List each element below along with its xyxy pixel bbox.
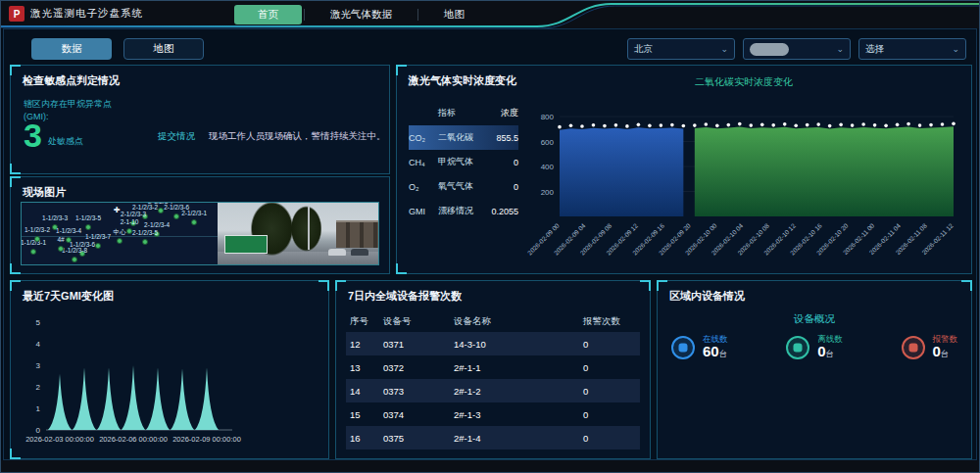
- filter-select-2[interactable]: ⌄: [743, 38, 851, 60]
- marker-dot-icon: [191, 219, 197, 225]
- filter-select-1[interactable]: 北京⌄: [627, 38, 735, 60]
- site-photo-panel: 现场图片 ✚ 1-1/2/3-11-1/2/3-21-1/2/3-31-1/2/…: [10, 176, 390, 274]
- photo-car: [351, 249, 368, 257]
- tab-3[interactable]: 地图: [420, 5, 488, 24]
- sensitive-count: 3: [24, 120, 42, 151]
- street-photo[interactable]: [218, 203, 378, 264]
- svg-text:4: 4: [36, 340, 41, 349]
- device-stat-value: 0台: [817, 344, 843, 360]
- app-logo: P 激光遥测电子沙盘系统: [9, 6, 143, 22]
- gas-row[interactable]: CO₂二氧化碳855.5: [409, 125, 518, 150]
- table-row[interactable]: 1403732#-1-20: [346, 379, 640, 402]
- gas-row[interactable]: GMI漂移情况0.2055: [409, 199, 518, 223]
- redacted-value: [750, 43, 789, 56]
- map-marker[interactable]: 1-1/2/3-1: [30, 249, 36, 255]
- sensitive-count-row: 3 处敏感点: [24, 120, 83, 151]
- alarm-cell: 0375: [383, 433, 454, 444]
- alarm-cell: 0374: [383, 409, 454, 420]
- device-stat-texts: 离线数0台: [817, 335, 843, 360]
- gas-name: 漂移情况: [438, 205, 483, 217]
- data-button[interactable]: 数据: [31, 38, 112, 60]
- alarm-header-1: 设备号: [383, 315, 454, 328]
- marker-label: 2-1/2/3-3: [121, 212, 146, 218]
- site-map[interactable]: ✚ 1-1/2/3-11-1/2/3-21-1/2/3-31-1/2/3-41-…: [22, 203, 218, 264]
- map-marker[interactable]: 2-1/2/3-6: [173, 213, 179, 219]
- map-marker[interactable]: 1-1/2/3-2: [34, 236, 40, 242]
- marker-dot-icon: [30, 249, 36, 255]
- device-stat-value: 0台: [933, 344, 958, 360]
- alarm-cell: 0: [583, 339, 640, 350]
- device-stat-unit: 台: [719, 350, 727, 358]
- gas-table: 指标 浓度 CO₂二氧化碳855.5CH₄甲烷气体0O₂氧气气体0GMI漂移情况…: [409, 101, 518, 223]
- device-camera-lens: [679, 343, 688, 352]
- marker-dot-icon: [126, 228, 132, 234]
- gmi-week-panel: 最近7天GMI变化图 0123452026-02-03 00:00:002026…: [10, 280, 329, 459]
- map-marker[interactable]: 1-1/2/3-5: [85, 224, 91, 230]
- gas-table-header: 指标 浓度: [409, 101, 518, 125]
- gas-code: GMI: [409, 207, 438, 216]
- map-marker[interactable]: 2-1/2/3-1: [191, 219, 197, 225]
- photo-tree: [285, 203, 327, 260]
- marker-label: 1-1/2/3-3: [42, 215, 68, 222]
- gas-row[interactable]: CH₄甲烷气体0: [409, 150, 518, 174]
- panel-title: 最近7天GMI变化图: [11, 281, 328, 306]
- alarm-cell: 15: [346, 409, 383, 420]
- marker-dot-icon: [158, 208, 164, 213]
- map-marker[interactable]: 中心: [117, 238, 122, 244]
- marker-label: 1-1/2/3-7: [85, 234, 111, 241]
- submit-status-label: 提交情况: [158, 130, 195, 143]
- nav-tabs: 首页激光气体数据地图: [234, 5, 488, 24]
- svg-text:2026-02-09 00:00:00: 2026-02-09 00:00:00: [172, 435, 241, 444]
- marker-label: 2-1/2/3-4: [144, 221, 170, 228]
- corner-decoration: [10, 263, 21, 274]
- panel-title: 检查敏感点判定情况: [11, 66, 389, 90]
- photo-car: [328, 249, 346, 257]
- map-marker[interactable]: 2-1/2/3-7: [158, 208, 164, 213]
- alarm-cell: 0: [583, 386, 640, 397]
- alarm-cell: 13: [346, 362, 383, 373]
- svg-text:200: 200: [541, 188, 555, 197]
- filter-select-3[interactable]: 选择⌄: [858, 38, 966, 60]
- marker-dot-icon: [85, 224, 91, 230]
- gas-value: 0: [483, 158, 518, 167]
- map-compass-icon: ✚: [114, 206, 121, 214]
- table-row[interactable]: 1603752#-1-40: [346, 426, 640, 449]
- table-row[interactable]: 12037114-3-100: [346, 332, 640, 355]
- co2-chart-title: 二氧化碳实时浓度变化: [524, 75, 963, 89]
- map-button[interactable]: 地图: [123, 38, 204, 60]
- alarm-cell: 2#-1-4: [454, 433, 583, 444]
- chevron-down-icon: ⌄: [952, 45, 959, 54]
- gmi-chart-svg: 0123452026-02-03 00:00:002026-02-06 00:0…: [17, 308, 324, 455]
- gas-name: 氧气气体: [438, 180, 483, 193]
- device-stats: 在线数60台离线数0台报警数0台: [671, 335, 957, 360]
- tab-1[interactable]: 首页: [234, 5, 302, 24]
- marker-dot-icon: [142, 239, 148, 245]
- device-overview-panel: 区域内设备情况 设备概况 在线数60台离线数0台报警数0台: [657, 280, 972, 459]
- table-row[interactable]: 1303722#-1-10: [346, 355, 640, 379]
- chevron-down-icon: ⌄: [836, 45, 844, 54]
- map-marker[interactable]: 2-1-10: [126, 228, 132, 234]
- top-header: P 激光遥测电子沙盘系统 首页激光气体数据地图: [1, 1, 979, 28]
- submit-status-text: 现场工作人员现场确认，警情持续关注中。: [209, 130, 386, 143]
- marker-dot-icon: [95, 243, 101, 249]
- panel-title: 7日内全域设备报警次数: [336, 281, 650, 306]
- corner-decoration: [10, 164, 21, 174]
- device-stat-1: 在线数60台: [671, 335, 728, 360]
- gas-code: CH₄: [409, 158, 438, 167]
- marker-label: 中心: [114, 229, 126, 236]
- gas-value: 0: [483, 182, 518, 192]
- alarm-table: 序号设备号设备名称报警次数 12037114-3-1001303722#-1-1…: [346, 310, 640, 449]
- svg-text:400: 400: [541, 163, 555, 171]
- table-row[interactable]: 1503742#-1-30: [346, 402, 640, 426]
- device-stat-texts: 报警数0台: [933, 335, 958, 360]
- svg-text:5: 5: [36, 318, 41, 327]
- map-marker[interactable]: 4#: [58, 246, 64, 252]
- marker-label: 1-1/2/3-2: [24, 226, 50, 233]
- gas-row[interactable]: O₂氧气气体0: [409, 174, 518, 199]
- device-stat-unit: 台: [941, 350, 949, 358]
- map-marker[interactable]: 1-1/2/3-7: [95, 243, 101, 249]
- tab-2[interactable]: 激光气体数据: [307, 5, 416, 24]
- alarm-header-2: 设备名称: [454, 315, 583, 328]
- map-marker[interactable]: 2-1/2/3-5: [142, 239, 148, 245]
- map-marker[interactable]: 1-1/2/3-8: [72, 257, 77, 262]
